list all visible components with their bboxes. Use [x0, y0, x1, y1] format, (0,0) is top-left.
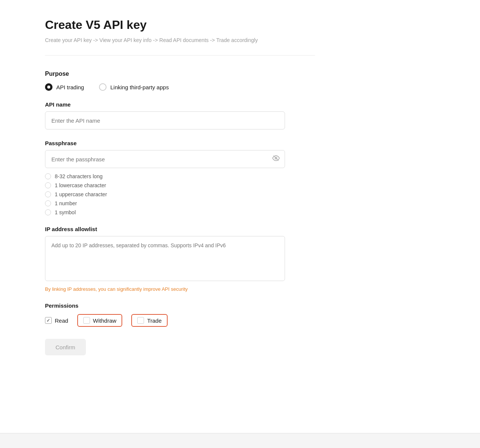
permission-trade-label: Trade — [147, 317, 162, 324]
passphrase-wrapper — [45, 150, 285, 168]
ip-allowlist-label: IP address allowlist — [45, 226, 285, 232]
api-name-group: API name — [45, 101, 285, 129]
permission-withdraw-checkbox[interactable] — [83, 317, 90, 324]
api-name-label: API name — [45, 101, 285, 108]
permission-read-checkbox[interactable] — [45, 317, 52, 324]
radio-api-trading-input[interactable] — [45, 83, 52, 91]
validation-lowercase-label: 1 lowercase character — [55, 182, 106, 188]
validation-symbol: 1 symbol — [45, 209, 285, 215]
ip-allowlist-input[interactable] — [45, 236, 285, 281]
validation-circle-number — [45, 200, 51, 206]
validation-number: 1 number — [45, 200, 285, 206]
validation-uppercase: 1 uppercase character — [45, 191, 285, 197]
validation-number-label: 1 number — [55, 200, 77, 206]
passphrase-input[interactable] — [45, 150, 285, 168]
permission-read-label: Read — [55, 317, 68, 324]
api-name-input[interactable] — [45, 111, 285, 129]
validation-circle-symbol — [45, 209, 51, 215]
page-title: Create V5 API key — [45, 18, 315, 32]
radio-api-trading[interactable]: API trading — [45, 83, 84, 91]
ip-allowlist-group: IP address allowlist By linking IP addre… — [45, 226, 285, 292]
permission-withdraw[interactable]: Withdraw — [77, 314, 123, 327]
validation-lowercase: 1 lowercase character — [45, 182, 285, 188]
validation-uppercase-label: 1 uppercase character — [55, 191, 107, 197]
validation-circle-chars — [45, 173, 51, 179]
form-section: Purpose API trading Linking third-party … — [45, 71, 285, 355]
permission-trade[interactable]: Trade — [131, 314, 168, 327]
passphrase-label: Passphrase — [45, 140, 285, 146]
purpose-radio-group: API trading Linking third-party apps — [45, 83, 285, 91]
radio-third-party-input[interactable] — [99, 83, 106, 91]
radio-third-party[interactable]: Linking third-party apps — [99, 83, 169, 91]
validation-symbol-label: 1 symbol — [55, 209, 76, 215]
permissions-section: Permissions Read Withdraw Trade — [45, 302, 285, 327]
checkbox-group: Read Withdraw Trade — [45, 314, 285, 327]
divider — [45, 55, 315, 56]
ip-hint: By linking IP addresses, you can signifi… — [45, 286, 285, 292]
permission-read[interactable]: Read — [45, 317, 68, 324]
confirm-button[interactable]: Confirm — [45, 339, 86, 355]
toggle-password-icon[interactable] — [272, 155, 280, 164]
bottom-bar — [0, 433, 480, 448]
validation-chars: 8-32 characters long — [45, 173, 285, 179]
validation-circle-uppercase — [45, 191, 51, 197]
radio-third-party-label: Linking third-party apps — [110, 84, 169, 90]
validation-list: 8-32 characters long 1 lowercase charact… — [45, 173, 285, 215]
purpose-label: Purpose — [45, 71, 285, 77]
breadcrumb: Create your API key -> View your API key… — [45, 37, 315, 43]
radio-api-trading-label: API trading — [56, 84, 84, 90]
permission-withdraw-label: Withdraw — [93, 317, 117, 324]
permission-trade-checkbox[interactable] — [137, 317, 144, 324]
purpose-group: Purpose API trading Linking third-party … — [45, 71, 285, 91]
validation-circle-lowercase — [45, 182, 51, 188]
validation-chars-label: 8-32 characters long — [55, 173, 103, 179]
permissions-label: Permissions — [45, 302, 285, 309]
passphrase-group: Passphrase 8-32 characters long — [45, 140, 285, 215]
